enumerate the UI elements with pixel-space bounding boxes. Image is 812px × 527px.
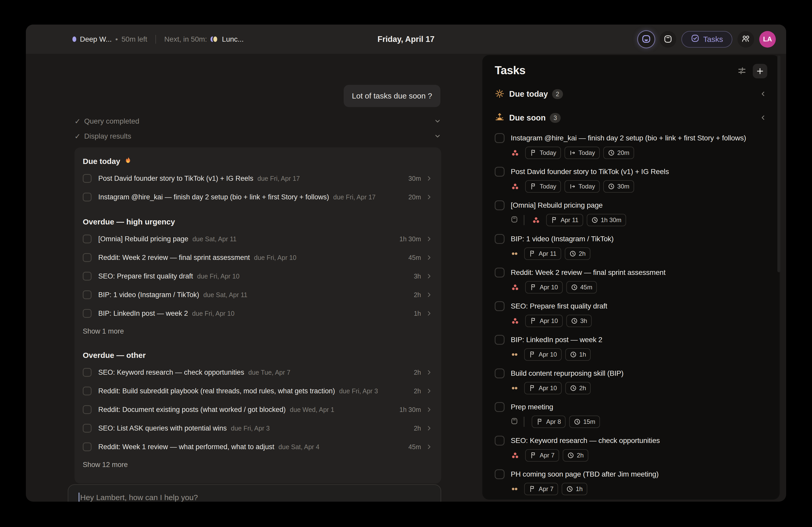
task-row[interactable]: [Omnia] Rebuild pricing page due Sat, Ap… <box>83 230 433 248</box>
due-date-badge[interactable]: Apr 11 <box>524 247 561 260</box>
chevron-down-icon[interactable] <box>434 118 441 125</box>
due-date-badge[interactable]: Today <box>525 147 561 159</box>
due-date-badge[interactable]: Apr 7 <box>525 449 559 462</box>
current-event-status[interactable]: Deep W... • 50m left Next, in 50m: Lunc.… <box>72 35 244 44</box>
chevron-right-icon[interactable] <box>426 273 433 280</box>
task-item[interactable]: Post David founder story to TikTok (v1) … <box>495 167 767 193</box>
chevron-right-icon[interactable] <box>426 254 433 261</box>
chevron-down-icon[interactable] <box>434 133 441 140</box>
task-checkbox[interactable] <box>83 174 91 183</box>
due-date-badge[interactable]: Apr 11 <box>546 214 583 226</box>
task-checkbox[interactable] <box>495 436 505 445</box>
task-item[interactable]: BIP: LinkedIn post — week 2 Apr 10 1h <box>495 335 767 361</box>
task-checkbox[interactable] <box>495 301 505 311</box>
task-item[interactable]: Instagram @hire_kai — finish day 2 setup… <box>495 133 767 159</box>
start-date-badge[interactable]: Today <box>565 147 600 159</box>
chevron-right-icon[interactable] <box>426 193 433 201</box>
composer-placeholder[interactable]: Hey Lambert, how can I help you? <box>80 493 198 502</box>
task-checkbox[interactable] <box>495 402 505 412</box>
duration-badge[interactable]: 15m <box>569 415 600 428</box>
task-checkbox[interactable] <box>83 386 91 395</box>
duration-badge[interactable]: 1h <box>562 483 587 495</box>
group-due-soon[interactable]: Due soon 3 <box>495 110 767 126</box>
chat-composer[interactable]: Hey Lambert, how can I help you? 3 calen… <box>68 484 441 502</box>
task-checkbox[interactable] <box>495 167 505 177</box>
task-checkbox[interactable] <box>83 235 91 243</box>
show-more-link[interactable]: Show 1 more <box>83 323 433 340</box>
duration-badge[interactable]: 3h <box>566 315 592 327</box>
task-checkbox[interactable] <box>83 290 91 299</box>
duration-badge[interactable]: 2h <box>563 449 588 462</box>
filter-sliders-icon[interactable] <box>737 65 747 77</box>
task-checkbox[interactable] <box>83 272 91 281</box>
calendar-button[interactable] <box>660 31 676 47</box>
group-due-today[interactable]: Due today 2 <box>495 86 767 102</box>
chevron-right-icon[interactable] <box>426 406 433 413</box>
task-row[interactable]: Reddit: Week 1 review — what performed, … <box>83 438 433 456</box>
duration-badge[interactable]: 2h <box>565 382 591 394</box>
chevron-right-icon[interactable] <box>426 425 433 432</box>
task-row[interactable]: Reddit: Document existing posts (what wo… <box>83 400 433 419</box>
task-row[interactable]: SEO: Prepare first quality draft due Fri… <box>83 267 433 286</box>
task-checkbox[interactable] <box>83 424 91 433</box>
duration-badge[interactable]: 1h <box>565 348 591 361</box>
duration-badge[interactable]: 2h <box>565 247 590 260</box>
tasks-toggle-button[interactable]: Tasks <box>681 31 733 47</box>
task-item[interactable]: [Omnia] Rebuild pricing page Apr 11 1h 3… <box>495 201 767 226</box>
add-task-button[interactable] <box>753 64 767 78</box>
chevron-right-icon[interactable] <box>426 175 433 182</box>
task-checkbox[interactable] <box>495 133 505 143</box>
task-checkbox[interactable] <box>495 368 505 378</box>
duration-badge[interactable]: 45m <box>566 281 597 293</box>
task-item[interactable]: BIP: 1 video (Instagram / TikTok) Apr 11… <box>495 234 767 260</box>
task-checkbox[interactable] <box>83 442 91 451</box>
due-date-badge[interactable]: Apr 10 <box>524 382 562 394</box>
due-date-badge[interactable]: Apr 8 <box>532 415 566 428</box>
chevron-right-icon[interactable] <box>426 369 433 376</box>
task-checkbox[interactable] <box>495 335 505 345</box>
task-item[interactable]: Prep meeting Apr 8 15m <box>495 402 767 428</box>
task-row[interactable]: BIP: LinkedIn post — week 2 due Fri, Apr… <box>83 304 433 323</box>
due-date-badge[interactable]: Apr 10 <box>525 281 563 293</box>
task-row[interactable]: Instagram @hire_kai — finish day 2 setup… <box>83 188 433 206</box>
due-date-badge[interactable]: Apr 7 <box>524 483 558 495</box>
task-checkbox[interactable] <box>83 368 91 377</box>
due-date-badge[interactable]: Today <box>525 180 561 193</box>
task-row[interactable]: SEO: Keyword research — check opportunit… <box>83 363 433 382</box>
show-more-link[interactable]: Show 12 more <box>83 456 433 473</box>
task-checkbox[interactable] <box>495 201 505 210</box>
duration-badge[interactable]: 30m <box>603 180 634 193</box>
assistant-button[interactable] <box>638 31 654 47</box>
task-checkbox[interactable] <box>83 309 91 318</box>
task-item[interactable]: SEO: Prepare first quality draft Apr 10 … <box>495 301 767 327</box>
task-checkbox[interactable] <box>83 193 91 202</box>
task-row[interactable]: Reddit: Week 2 review — final sprint ass… <box>83 248 433 267</box>
scrollbar[interactable] <box>777 56 781 272</box>
duration-badge[interactable]: 20m <box>603 147 634 159</box>
task-item[interactable]: Build content repurposing skill (BIP) Ap… <box>495 368 767 394</box>
chevron-right-icon[interactable] <box>426 310 433 317</box>
people-button[interactable] <box>738 31 754 47</box>
task-item[interactable]: PH coming soon page (TBD after Jim meeti… <box>495 469 767 495</box>
task-item[interactable]: Reddit: Week 2 review — final sprint ass… <box>495 268 767 293</box>
step-query-completed[interactable]: ✓ Query completed <box>74 114 441 129</box>
step-display-results[interactable]: ✓ Display results <box>74 129 441 144</box>
chevron-right-icon[interactable] <box>426 387 433 395</box>
chevron-right-icon[interactable] <box>426 235 433 243</box>
task-checkbox[interactable] <box>83 253 91 262</box>
due-date-badge[interactable]: Apr 10 <box>524 348 562 361</box>
chevron-left-icon[interactable] <box>759 114 767 122</box>
chevron-right-icon[interactable] <box>426 443 433 451</box>
task-row[interactable]: SEO: List ASK queries with potential win… <box>83 419 433 438</box>
task-item[interactable]: SEO: Keyword research — check opportunit… <box>495 436 767 462</box>
task-checkbox[interactable] <box>495 469 505 479</box>
chevron-right-icon[interactable] <box>426 291 433 298</box>
task-row[interactable]: Reddit: Build subreddit playbook (real t… <box>83 382 433 400</box>
duration-badge[interactable]: 1h 30m <box>587 214 626 226</box>
task-row[interactable]: BIP: 1 video (Instagram / TikTok) due Sa… <box>83 286 433 304</box>
due-date-badge[interactable]: Apr 10 <box>525 315 563 327</box>
task-checkbox[interactable] <box>83 405 91 414</box>
task-checkbox[interactable] <box>495 268 505 277</box>
chevron-left-icon[interactable] <box>759 90 767 98</box>
start-date-badge[interactable]: Today <box>565 180 600 193</box>
